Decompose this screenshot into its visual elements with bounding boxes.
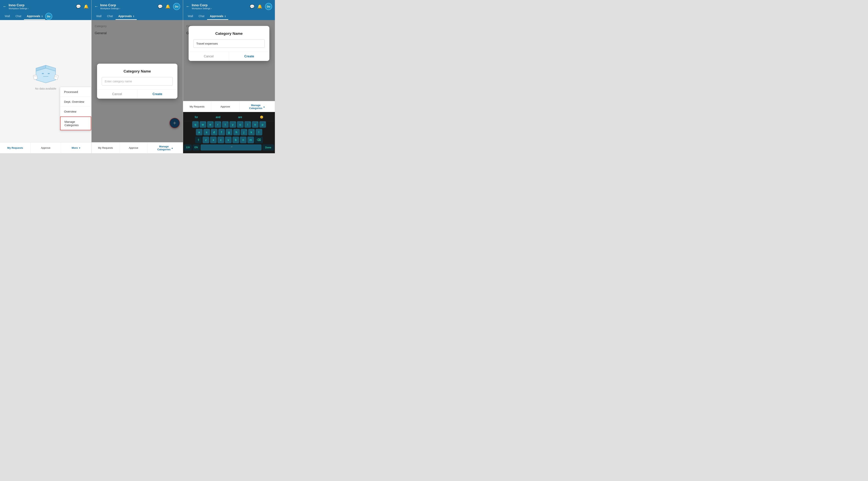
nav-manage-categories-3[interactable]: ManageCategories ▲ bbox=[240, 101, 275, 112]
key-z[interactable]: z bbox=[203, 137, 209, 143]
no-data-text: No data available bbox=[35, 87, 56, 90]
avatar-1[interactable]: Do bbox=[45, 13, 52, 20]
bottom-nav-2: My Requests Approve ManageCategories ▲ bbox=[92, 142, 183, 153]
caret-up-icon-3: ▲ bbox=[263, 106, 265, 108]
key-b[interactable]: b bbox=[232, 137, 239, 143]
info-icon-3: ℹ bbox=[225, 15, 225, 18]
tab-wall-1[interactable]: Wall bbox=[2, 12, 13, 20]
key-delete[interactable]: ⌫ bbox=[255, 137, 263, 143]
key-shift[interactable]: ⇧ bbox=[195, 137, 202, 143]
modal-buttons-2: Cancel Create bbox=[97, 89, 178, 99]
modal-create-2[interactable]: Create bbox=[137, 90, 178, 99]
tab-approvals-1[interactable]: Approvals ℹ bbox=[24, 12, 45, 20]
suggestion-are[interactable]: are bbox=[236, 115, 244, 119]
key-g[interactable]: g bbox=[226, 129, 232, 136]
back-arrow-2[interactable]: ← bbox=[94, 4, 98, 9]
tab-chat-3[interactable]: Chat bbox=[196, 12, 207, 20]
dropdown-overview[interactable]: Overview bbox=[60, 107, 91, 117]
key-r[interactable]: 4r bbox=[215, 121, 221, 128]
modal-cancel-3[interactable]: Cancel bbox=[189, 52, 229, 61]
tab-bar-2: Wall Chat Approvals ℹ bbox=[92, 12, 183, 20]
key-h[interactable]: h bbox=[233, 129, 240, 136]
key-w[interactable]: 2w bbox=[199, 121, 206, 128]
suggestion-and[interactable]: and bbox=[213, 115, 223, 119]
dropdown-manage-categories[interactable]: ManageCategories bbox=[60, 117, 91, 130]
key-v[interactable]: v bbox=[225, 137, 231, 143]
key-k[interactable]: #k bbox=[248, 129, 255, 136]
key-x[interactable]: x bbox=[210, 137, 217, 143]
tab-wall-3[interactable]: Wall bbox=[185, 12, 196, 20]
tab-approvals-2[interactable]: Approvals ℹ bbox=[116, 12, 136, 20]
bottom-nav-1: My Requests Approve More ▼ bbox=[0, 142, 91, 153]
nav-my-requests-1[interactable]: My Requests bbox=[0, 143, 30, 153]
key-d[interactable]: d bbox=[211, 129, 217, 136]
tab-approvals-3[interactable]: Approvals ℹ bbox=[207, 12, 228, 20]
key-p[interactable]: 0p bbox=[259, 121, 266, 128]
modal-card-2: Category Name Cancel Create bbox=[97, 64, 178, 99]
bell-icon-2[interactable]: 🔔 bbox=[165, 4, 170, 9]
keyboard-row-4: 12# EN 🎤 Done bbox=[184, 144, 274, 151]
app-subtitle: Workplace Settings › bbox=[9, 7, 29, 10]
modal-create-3[interactable]: Create bbox=[229, 52, 269, 61]
key-lang[interactable]: EN bbox=[192, 144, 200, 151]
nav-my-requests-2[interactable]: My Requests bbox=[92, 143, 120, 153]
back-arrow-3[interactable]: ← bbox=[186, 4, 190, 9]
nav-more-1[interactable]: More ▼ bbox=[61, 143, 91, 153]
svg-rect-4 bbox=[48, 73, 50, 74]
tab-bar-3: Wall Chat Approvals ℹ bbox=[183, 12, 275, 20]
category-name-input-3[interactable] bbox=[193, 39, 265, 48]
back-arrow-icon[interactable]: ← bbox=[3, 4, 7, 9]
more-arrow-icon: ▼ bbox=[79, 147, 81, 149]
bell-icon-3[interactable]: 🔔 bbox=[257, 4, 262, 9]
dropdown-processed[interactable]: Processed bbox=[60, 87, 91, 97]
keyboard-row-3: ⇧ z x c v b n m ⌫ bbox=[184, 137, 274, 143]
app-title-3: Inno Corp bbox=[192, 3, 212, 7]
key-f[interactable]: f bbox=[218, 129, 225, 136]
modal-overlay-3: Category Name Cancel Create bbox=[183, 20, 275, 101]
key-e[interactable]: 3e bbox=[207, 121, 214, 128]
info-icon-2: ℹ bbox=[133, 15, 134, 18]
avatar-2[interactable]: Do bbox=[173, 3, 180, 10]
nav-my-requests-3[interactable]: My Requests bbox=[183, 101, 211, 112]
key-a[interactable]: a bbox=[196, 129, 203, 136]
panel-1: ← Inno Corp Workplace Settings › 💬 🔔 Wal… bbox=[0, 0, 92, 153]
key-c[interactable]: c bbox=[217, 137, 224, 143]
chat-icon-2[interactable]: 💬 bbox=[158, 4, 163, 9]
keyboard: for and are 😊 1q 2w 3e 4r 5t 6y 7u 8i 9o… bbox=[183, 112, 275, 153]
empty-box-illustration bbox=[32, 60, 60, 84]
key-done[interactable]: Done bbox=[262, 144, 274, 151]
nav-approve-2[interactable]: Approve bbox=[120, 143, 148, 153]
caret-up-icon-2: ▲ bbox=[171, 147, 173, 149]
nav-approve-1[interactable]: Approve bbox=[30, 143, 61, 153]
tab-wall-2[interactable]: Wall bbox=[94, 12, 104, 20]
nav-manage-categories-2[interactable]: ManageCategories ▲ bbox=[148, 143, 183, 153]
key-t[interactable]: 5t bbox=[222, 121, 229, 128]
key-m[interactable]: m bbox=[247, 137, 254, 143]
key-numbers[interactable]: 12# bbox=[184, 144, 192, 151]
tab-chat-2[interactable]: Chat bbox=[104, 12, 116, 20]
category-name-input-2[interactable] bbox=[102, 77, 173, 86]
dropdown-dept-overview[interactable]: Dept. Overview bbox=[60, 97, 91, 107]
modal-title-3: Category Name bbox=[193, 31, 265, 36]
key-q[interactable]: 1q bbox=[192, 121, 199, 128]
bell-icon[interactable]: 🔔 bbox=[84, 4, 89, 9]
key-space[interactable]: 🎤 bbox=[200, 144, 261, 151]
key-i[interactable]: 8i bbox=[244, 121, 251, 128]
modal-card-3: Category Name Cancel Create bbox=[189, 26, 269, 61]
emoji-icon[interactable]: 😊 bbox=[257, 115, 266, 119]
key-y[interactable]: 6y bbox=[229, 121, 236, 128]
chat-icon[interactable]: 💬 bbox=[76, 4, 81, 9]
key-o[interactable]: 9o bbox=[252, 121, 258, 128]
key-n[interactable]: n bbox=[240, 137, 247, 143]
header-2: ← Inno Corp Workplace Settings › 💬 🔔 Do bbox=[92, 0, 183, 12]
key-u[interactable]: 7u bbox=[237, 121, 244, 128]
key-l[interactable]: *l bbox=[256, 129, 262, 136]
nav-approve-3[interactable]: Approve bbox=[211, 101, 239, 112]
key-s[interactable]: s bbox=[203, 129, 210, 136]
chat-icon-3[interactable]: 💬 bbox=[250, 4, 255, 9]
suggestion-for[interactable]: for bbox=[192, 115, 200, 119]
key-j[interactable]: &j bbox=[241, 129, 247, 136]
tab-chat-1[interactable]: Chat bbox=[13, 12, 24, 20]
modal-cancel-2[interactable]: Cancel bbox=[97, 90, 137, 99]
avatar-3[interactable]: Do bbox=[265, 3, 272, 10]
